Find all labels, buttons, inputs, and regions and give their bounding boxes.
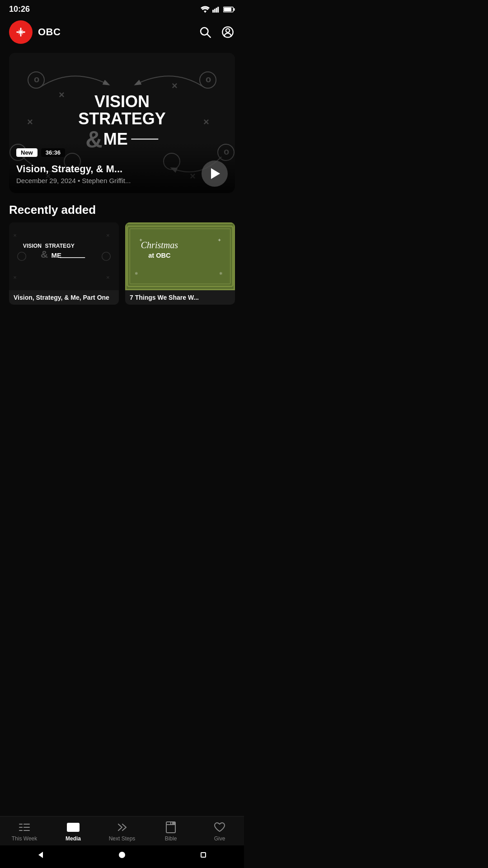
svg-text:o: o xyxy=(206,74,211,84)
media-card-2-thumb: ✦ ✦ ❄ ❄ Christmas at OBC xyxy=(125,222,235,290)
status-bar: 10:26 xyxy=(0,0,244,17)
media-card-2-label: 7 Things We Share W... xyxy=(125,290,235,305)
svg-text:×: × xyxy=(13,274,17,281)
battery-icon xyxy=(223,6,235,13)
hero-line-decoration xyxy=(131,138,159,139)
svg-point-11 xyxy=(226,28,230,32)
svg-text:×: × xyxy=(203,116,209,127)
svg-text:×: × xyxy=(27,116,33,127)
svg-rect-0 xyxy=(212,9,214,12)
svg-text:×: × xyxy=(106,274,110,281)
svg-text:VISION: VISION xyxy=(23,243,42,249)
svg-text:Christmas: Christmas xyxy=(141,240,178,250)
media-card-1-label: Vision, Strategy, & Me, Part One xyxy=(9,290,119,305)
header: OBC xyxy=(0,17,244,49)
logo-icon xyxy=(14,26,27,38)
card1-pattern: × × × × VISION STRATEGY & ME xyxy=(9,222,119,290)
app-logo[interactable] xyxy=(9,20,33,44)
svg-text:×: × xyxy=(59,89,65,100)
hero-meta: December 29, 2024 • Stephen Griffit... xyxy=(16,177,131,184)
svg-rect-3 xyxy=(217,7,219,13)
media-cards-row: × × × × VISION STRATEGY & ME Vision, Str… xyxy=(0,222,244,305)
profile-button[interactable] xyxy=(221,25,235,39)
media-card-2[interactable]: ✦ ✦ ❄ ❄ Christmas at OBC 7 Things We Sha… xyxy=(125,222,235,305)
header-left: OBC xyxy=(9,20,61,44)
signal-icon xyxy=(212,6,221,13)
svg-text:❄: ❄ xyxy=(219,271,223,276)
svg-rect-41 xyxy=(127,226,234,288)
hero-sermon-title: Vision, Strategy, & M... xyxy=(16,163,131,175)
app-name: OBC xyxy=(38,26,61,38)
header-right xyxy=(198,25,235,39)
status-time: 10:26 xyxy=(9,5,30,14)
svg-rect-2 xyxy=(216,8,217,13)
svg-text:at OBC: at OBC xyxy=(148,252,171,259)
svg-text:&: & xyxy=(41,249,48,260)
recently-added-section: Recently added xyxy=(0,193,244,222)
hero-play-button[interactable] xyxy=(202,160,228,187)
status-icons xyxy=(201,6,235,13)
search-button[interactable] xyxy=(198,25,212,39)
svg-text:×: × xyxy=(172,80,178,91)
bottom-spacer xyxy=(0,305,244,359)
svg-rect-6 xyxy=(224,7,231,11)
hero-text-block: Vision, Strategy, & M... December 29, 20… xyxy=(16,163,131,184)
hero-bottom: New 36:36 Vision, Strategy, & M... Decem… xyxy=(9,142,235,193)
badge-new: New xyxy=(16,148,38,157)
svg-text:✦: ✦ xyxy=(217,237,221,243)
svg-text:×: × xyxy=(106,232,110,239)
svg-rect-1 xyxy=(214,9,216,12)
media-card-1-thumb: × × × × VISION STRATEGY & ME xyxy=(9,222,119,290)
media-card-1[interactable]: × × × × VISION STRATEGY & ME Vision, Str… xyxy=(9,222,119,305)
svg-rect-5 xyxy=(234,8,235,11)
badge-time: 36:36 xyxy=(41,148,65,157)
svg-line-9 xyxy=(207,34,211,38)
hero-title-line2: STRATEGY xyxy=(78,110,165,127)
wifi-icon xyxy=(201,6,210,13)
hero-badges: New 36:36 xyxy=(16,148,228,157)
svg-rect-29 xyxy=(9,225,119,288)
hero-card[interactable]: o o o o × × × × × × VISION STRATEG xyxy=(9,53,235,193)
card2-pattern: ✦ ✦ ❄ ❄ Christmas at OBC xyxy=(127,224,234,289)
svg-text:STRATEGY: STRATEGY xyxy=(45,243,75,249)
hero-title-line1: VISION xyxy=(78,93,165,110)
recently-added-title: Recently added xyxy=(9,203,235,217)
svg-text:❄: ❄ xyxy=(135,271,138,276)
svg-text:o: o xyxy=(34,74,39,84)
svg-text:×: × xyxy=(13,232,17,239)
hero-info: Vision, Strategy, & M... December 29, 20… xyxy=(16,160,228,187)
